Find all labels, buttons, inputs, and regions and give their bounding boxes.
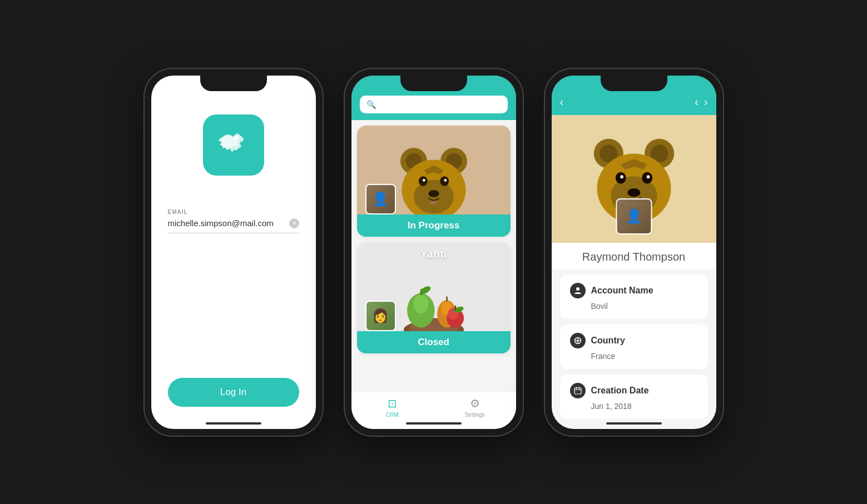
crm-icon: ⊡ (388, 397, 397, 410)
account-name-label: Account Name (591, 286, 653, 296)
search-input-container[interactable]: 🔍 (360, 96, 508, 113)
bovil-status: In Progress (357, 214, 511, 237)
prev-button[interactable]: ‹ (695, 96, 698, 108)
nav-settings[interactable]: ⚙ Settings (434, 397, 516, 418)
detail-fields: Account Name Bovil (552, 269, 716, 429)
bovil-card-image: BOVII 👤 In Progress (357, 126, 511, 237)
svg-point-8 (423, 179, 425, 182)
bovil-avatar: 👤 (365, 184, 396, 214)
country-header: Country (570, 333, 698, 348)
notch-3 (601, 76, 667, 91)
country-value: France (570, 352, 698, 361)
nav-crm[interactable]: ⊡ CRM (351, 397, 434, 418)
svg-point-37 (576, 287, 579, 291)
yanti-card[interactable]: 👩 Yanti Closed (357, 242, 511, 353)
date-icon (570, 383, 586, 398)
login-screen: EMAIL michelle.simpson@mail.com ✕ Log In (151, 76, 316, 429)
email-section: EMAIL michelle.simpson@mail.com ✕ (168, 209, 299, 233)
bovil-person-icon: 👤 (366, 185, 395, 213)
phones-container: EMAIL michelle.simpson@mail.com ✕ Log In… (145, 69, 723, 436)
clear-icon[interactable]: ✕ (289, 218, 299, 228)
next-button[interactable]: › (704, 96, 708, 108)
svg-rect-40 (574, 388, 581, 394)
crm-nav-label: CRM (386, 412, 399, 418)
email-label: EMAIL (168, 209, 299, 215)
email-input[interactable]: michelle.simpson@mail.com (168, 218, 289, 228)
country-label: Country (591, 336, 625, 346)
svg-rect-24 (454, 305, 455, 310)
phone-crm-list: 🔍 (345, 69, 523, 436)
phone-detail: ‹ ‹ › (545, 69, 723, 436)
svg-point-33 (620, 175, 623, 178)
nav-arrows: ‹ › (695, 96, 707, 108)
home-indicator-3 (606, 422, 662, 425)
bovil-bear-logo: BOVII (389, 137, 478, 226)
cards-area: BOVII 👤 In Progress (351, 120, 516, 392)
yanti-name: Yanti (357, 248, 511, 261)
notch-1 (200, 76, 267, 91)
country-icon (570, 333, 586, 348)
detail-hero: 👤 (552, 115, 716, 243)
svg-point-11 (430, 201, 437, 204)
creation-date-value: Jun 1, 2018 (570, 402, 698, 411)
svg-point-34 (646, 175, 650, 178)
account-name-field: Account Name Bovil (560, 275, 708, 319)
creation-date-header: Creation Date (570, 383, 698, 398)
detail-screen: ‹ ‹ › (552, 76, 716, 429)
account-name-value: Bovil (570, 302, 698, 311)
yanti-card-image: 👩 Yanti Closed (357, 242, 511, 353)
email-input-row: michelle.simpson@mail.com ✕ (168, 218, 299, 233)
back-button[interactable]: ‹ (560, 96, 564, 108)
account-icon (570, 283, 586, 298)
settings-icon: ⚙ (470, 397, 480, 410)
country-field: Country France (560, 325, 708, 369)
detail-name-section: Raymond Thompson (552, 243, 716, 269)
login-button[interactable]: Log In (168, 378, 299, 407)
home-indicator-2 (406, 422, 462, 425)
home-indicator-1 (206, 422, 261, 425)
svg-point-15 (413, 295, 428, 313)
phone-login: EMAIL michelle.simpson@mail.com ✕ Log In (145, 69, 323, 436)
yanti-avatar: 👩 (365, 301, 396, 331)
app-logo (203, 114, 264, 176)
svg-point-9 (444, 179, 447, 182)
creation-date-label: Creation Date (591, 386, 649, 396)
detail-person-icon: 👤 (617, 199, 651, 233)
svg-point-35 (627, 188, 640, 197)
detail-avatar: 👤 (616, 198, 652, 234)
handshake-icon (215, 127, 251, 163)
svg-point-10 (428, 190, 439, 197)
svg-rect-20 (446, 296, 447, 301)
settings-nav-label: Settings (464, 412, 484, 418)
crm-list-screen: 🔍 (351, 76, 516, 429)
account-name-header: Account Name (570, 283, 698, 298)
yanti-person-icon: 👩 (366, 302, 395, 330)
notch-2 (400, 76, 467, 91)
creation-date-field: Creation Date Jun 1, 2018 (560, 375, 708, 419)
yanti-fruit-logo (387, 255, 481, 341)
bovil-card[interactable]: BOVII 👤 In Progress (357, 126, 511, 237)
search-icon: 🔍 (366, 100, 376, 109)
yanti-status: Closed (357, 331, 511, 353)
person-name: Raymond Thompson (582, 251, 685, 263)
